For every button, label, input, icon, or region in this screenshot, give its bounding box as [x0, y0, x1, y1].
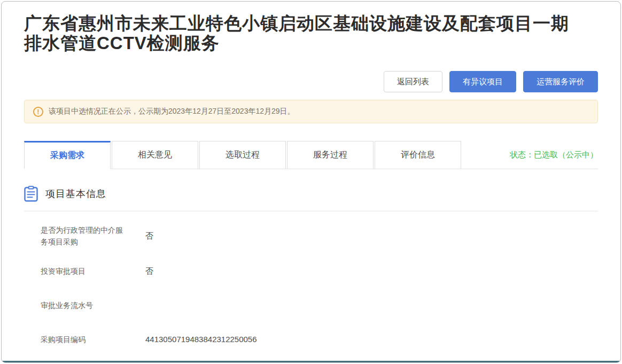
field-value: 否 — [145, 230, 153, 242]
field-label: 是否为行政管理的中介服务项目采购 — [41, 224, 128, 248]
warning-circle-icon: ! — [33, 107, 43, 117]
tab-procurement-demand[interactable]: 采购需求 — [24, 141, 111, 169]
tab-evaluation-info[interactable]: 评价信息 — [375, 141, 461, 169]
back-to-list-button[interactable]: 返回列表 — [384, 71, 442, 92]
section-title: 项目基本信息 — [45, 187, 106, 200]
page-title: 广东省惠州市未来工业特色小镇启动区基础设施建设及配套项目一期排水管道CCTV检测… — [24, 13, 582, 53]
basic-info-fields: 是否为行政管理的中介服务项目采购 否 投资审批项目 否 审批业务流水号 采购项目… — [24, 224, 598, 363]
publicity-alert: ! 该项目中选情况正在公示，公示期为2023年12月27日至2023年12月29… — [24, 100, 598, 123]
section-header-basic-info: 项目基本信息 — [24, 186, 598, 211]
tab-service-process[interactable]: 服务过程 — [287, 141, 374, 169]
tab-related-opinions[interactable]: 相关意见 — [112, 141, 198, 169]
objection-project-button[interactable]: 有异议项目 — [449, 71, 516, 92]
field-value: 4413050719483842312250056 — [145, 334, 257, 345]
field-value: 否 — [145, 265, 153, 277]
service-evaluation-button[interactable]: 运营服务评价 — [523, 71, 598, 92]
field-row-procurement-project-code: 采购项目编码 4413050719483842312250056 — [41, 329, 598, 350]
frame-bottom-accent — [2, 361, 620, 362]
status-badge: 状态：已选取（公示中） — [510, 141, 598, 169]
field-row-intermediary-service: 是否为行政管理的中介服务项目采购 否 — [41, 224, 598, 248]
tab-bar: 采购需求 相关意见 选取过程 服务过程 评价信息 状态：已选取（公示中） — [24, 141, 598, 169]
clipboard-icon — [24, 186, 38, 202]
publicity-alert-text: 该项目中选情况正在公示，公示期为2023年12月27日至2023年12月29日。 — [49, 107, 295, 116]
toolbar: 返回列表 有异议项目 运营服务评价 — [24, 71, 598, 92]
field-row-investment-approval: 投资审批项目 否 — [41, 260, 598, 282]
page-frame: 广东省惠州市未来工业特色小镇启动区基础设施建设及配套项目一期排水管道CCTV检测… — [1, 1, 621, 363]
field-label: 投资审批项目 — [41, 265, 128, 277]
field-row-approval-serial-number: 审批业务流水号 — [41, 295, 598, 316]
field-label: 审批业务流水号 — [41, 299, 128, 311]
tab-selection-process[interactable]: 选取过程 — [199, 141, 286, 169]
field-label: 采购项目编码 — [41, 334, 128, 345]
